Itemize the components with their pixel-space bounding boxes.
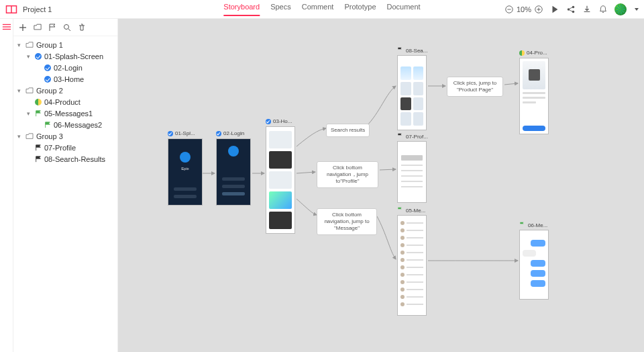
- status-done-icon: [216, 131, 221, 136]
- svg-line-9: [570, 9, 572, 11]
- add-icon[interactable]: [19, 24, 27, 32]
- page-tree: ▾Group 1 ▾01-Splash-Screen 02-Login 03-H…: [13, 36, 117, 167]
- node-label: 06-Me...: [519, 222, 547, 228]
- svg-point-6: [572, 5, 575, 8]
- note-search-results[interactable]: Search results: [326, 124, 370, 137]
- node-title: 05-Me...: [406, 208, 425, 214]
- node-label: 08-Sea...: [397, 47, 427, 54]
- tab-prototype[interactable]: Prototype: [344, 3, 376, 16]
- flag-dark-icon: [35, 144, 42, 151]
- tab-document[interactable]: Document: [387, 3, 421, 16]
- tab-comment[interactable]: Comment: [302, 3, 334, 16]
- tree-page[interactable]: ▾05-Messages1: [13, 107, 117, 119]
- node-splash[interactable]: Epix: [168, 138, 203, 206]
- node-title: 08-Sea...: [406, 48, 427, 54]
- folder-icon: [25, 133, 34, 140]
- play-icon[interactable]: [550, 5, 559, 14]
- node-home[interactable]: [266, 126, 295, 234]
- folder-icon: [25, 87, 34, 94]
- flag-dark-icon: [397, 47, 404, 54]
- tree-page[interactable]: 07-Profile: [13, 142, 117, 153]
- node-login[interactable]: [216, 138, 251, 206]
- tree-group[interactable]: ▾Group 1: [13, 39, 117, 50]
- zoom-control: 10%: [504, 5, 543, 14]
- svg-point-7: [572, 10, 575, 13]
- tree-label: 04-Product: [44, 98, 80, 106]
- node-title: 03-Ho...: [273, 118, 292, 124]
- search-icon[interactable]: [63, 24, 71, 32]
- user-avatar[interactable]: [614, 3, 627, 15]
- app-logo-icon: [5, 5, 17, 14]
- left-rail: [0, 19, 13, 352]
- tree-label: 03-Home: [54, 75, 84, 83]
- svg-line-17: [68, 29, 70, 31]
- main-tabs: Storyboard Specs Comment Prototype Docum…: [223, 3, 420, 16]
- download-icon[interactable]: [582, 5, 592, 14]
- flag-icon[interactable]: [48, 24, 56, 32]
- flag-dark-icon: [35, 156, 42, 163]
- svg-point-16: [64, 24, 69, 29]
- node-title: 02-Login: [223, 130, 244, 136]
- status-done-icon: [44, 64, 51, 71]
- note-jump-message[interactable]: Click bottom navigation, jump to "Messag…: [317, 208, 377, 235]
- tree-group[interactable]: ▾Group 3: [13, 130, 117, 142]
- bell-icon[interactable]: [598, 5, 608, 14]
- flag-green-icon: [397, 207, 404, 214]
- tree-label: Group 1: [36, 41, 63, 49]
- share-icon[interactable]: [566, 5, 576, 14]
- node-profile[interactable]: [397, 141, 427, 203]
- node-title: 06-Me...: [528, 222, 547, 228]
- status-half-icon: [519, 50, 525, 56]
- tree-label: Group 3: [36, 132, 63, 140]
- status-done-icon: [266, 119, 271, 124]
- flag-green-icon: [35, 110, 42, 117]
- status-done-icon: [44, 76, 51, 83]
- storyboard-canvas[interactable]: 01-Spl... Epix 02-Login 03-Ho... Search …: [118, 19, 644, 352]
- flag-green-icon: [519, 222, 526, 228]
- svg-line-8: [570, 7, 572, 8]
- node-search-results[interactable]: [397, 55, 427, 130]
- node-label: 01-Spl...: [168, 130, 195, 136]
- rail-storyboard-icon[interactable]: [2, 23, 11, 31]
- flag-dark-icon: [397, 133, 404, 140]
- trash-icon[interactable]: [78, 24, 86, 32]
- folder-icon[interactable]: [34, 24, 42, 32]
- sidebar-toolbar: [13, 19, 117, 36]
- node-messages[interactable]: [397, 215, 427, 316]
- status-done-icon: [35, 53, 42, 60]
- tree-page[interactable]: 06-Messages2: [13, 119, 117, 130]
- tree-label: 08-Search-Results: [44, 155, 105, 163]
- note-jump-profile[interactable]: Click bottom navigation，jump to"Profile": [317, 161, 378, 188]
- tree-page[interactable]: ▾01-Splash-Screen: [13, 50, 117, 62]
- node-chat[interactable]: [519, 230, 549, 300]
- tab-storyboard[interactable]: Storyboard: [223, 3, 260, 16]
- zoom-out-icon[interactable]: [504, 5, 514, 14]
- tree-label: 01-Splash-Screen: [44, 52, 103, 60]
- tab-specs[interactable]: Specs: [270, 3, 291, 16]
- node-label: 07-Prof...: [397, 133, 428, 140]
- node-label: 04-Pro...: [519, 50, 547, 56]
- tree-page[interactable]: 08-Search-Results: [13, 153, 117, 165]
- status-half-icon: [35, 99, 42, 105]
- zoom-value: 10%: [517, 5, 531, 13]
- flag-green-icon: [44, 122, 51, 128]
- tree-label: 05-Messages1: [44, 109, 93, 118]
- user-menu-caret-icon[interactable]: [635, 8, 639, 11]
- tree-group[interactable]: ▾Group 2: [13, 85, 117, 96]
- note-jump-product[interactable]: Click pics, jump to "Product Page": [447, 77, 503, 97]
- node-label: 02-Login: [216, 130, 244, 136]
- tree-page[interactable]: 04-Product: [13, 96, 117, 107]
- tree-label: 02-Login: [54, 64, 83, 72]
- node-title: 07-Prof...: [406, 134, 428, 140]
- node-title: 01-Spl...: [175, 130, 195, 136]
- node-title: 04-Pro...: [527, 50, 547, 56]
- node-label: 05-Me...: [397, 207, 425, 214]
- tree-page[interactable]: 02-Login: [13, 62, 117, 73]
- tree-label: 06-Messages2: [54, 121, 102, 129]
- project-name: Project 1: [23, 5, 52, 13]
- tree-page[interactable]: 03-Home: [13, 73, 117, 85]
- top-bar: Project 1 Storyboard Specs Comment Proto…: [0, 0, 644, 19]
- zoom-in-icon[interactable]: [534, 5, 543, 14]
- node-product[interactable]: [519, 58, 549, 134]
- node-label: 03-Ho...: [266, 118, 292, 124]
